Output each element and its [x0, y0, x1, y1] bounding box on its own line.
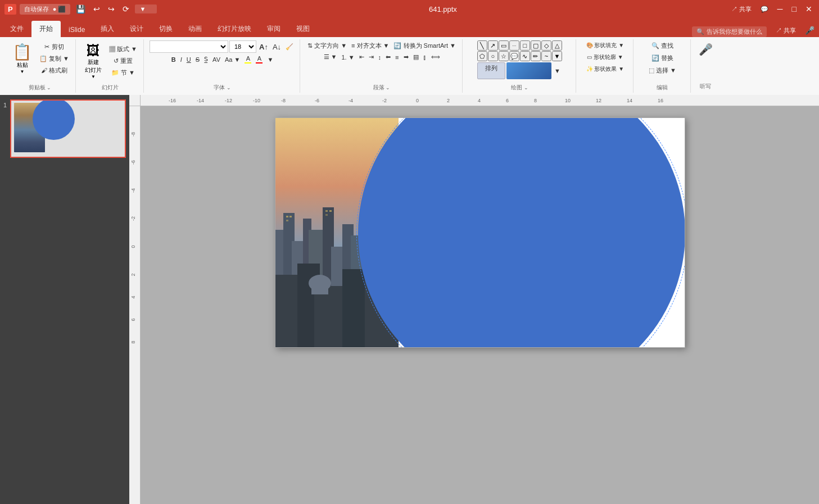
- share-button[interactable]: ↗ 共享: [729, 4, 754, 15]
- shape-star-btn[interactable]: ☆: [499, 51, 509, 61]
- shape-down-arrow-btn[interactable]: ▼: [552, 51, 562, 61]
- text-highlight-button[interactable]: A: [243, 54, 253, 65]
- shape-line-btn[interactable]: ╲: [477, 40, 487, 51]
- tab-slideshow[interactable]: 幻灯片放映: [210, 21, 259, 37]
- tab-islide[interactable]: iSlide: [61, 22, 93, 37]
- increase-font-button[interactable]: A↑: [257, 42, 270, 52]
- svg-text:-4: -4: [130, 188, 136, 193]
- shape-circle-btn[interactable]: ○: [488, 51, 498, 61]
- shape-rect-btn[interactable]: ▭: [499, 40, 509, 51]
- svg-text:14: 14: [627, 98, 632, 103]
- replace-button[interactable]: 🔄 替换: [647, 53, 678, 63]
- close-button[interactable]: ✕: [803, 3, 815, 15]
- autosave-toggle[interactable]: 自动保存 ● ⬛: [20, 4, 71, 15]
- slide-thumbnail-1[interactable]: [10, 99, 126, 158]
- slide-blue-circle[interactable]: [358, 117, 685, 348]
- decrease-indent-button[interactable]: ⇤: [358, 52, 366, 62]
- align-left-button[interactable]: ⬅: [384, 52, 392, 62]
- shape-more-btn[interactable]: ···: [509, 40, 519, 51]
- shape-diamond-btn[interactable]: ◇: [541, 40, 551, 51]
- clear-format-button[interactable]: 🧹: [284, 42, 295, 52]
- format-painter-button[interactable]: 🖌 格式刷: [38, 65, 71, 76]
- shape-outline-button[interactable]: ▭ 形状轮廓 ▼: [585, 52, 626, 62]
- paste-button[interactable]: 📋 粘贴 ▼: [9, 40, 35, 76]
- section-button[interactable]: 📁 节 ▼: [107, 67, 139, 78]
- tab-home[interactable]: 开始: [31, 21, 61, 37]
- shape-triangle-btn[interactable]: △: [552, 40, 562, 51]
- shape-pentagon-btn[interactable]: ⬠: [477, 51, 487, 61]
- app-logo: P: [4, 4, 16, 15]
- quick-styles-dropdown[interactable]: ▼: [553, 66, 562, 75]
- share-ribbon-button[interactable]: ↗ 共享: [771, 24, 800, 37]
- voice-button[interactable]: 🎤: [696, 42, 715, 57]
- cut-button[interactable]: ✂ 剪切: [38, 42, 71, 52]
- font-color-button[interactable]: A: [254, 54, 264, 65]
- shape-fill-button[interactable]: 🎨 形状填充 ▼: [585, 40, 626, 51]
- text-direction-button[interactable]: ⇅ 文字方向 ▼: [306, 40, 349, 51]
- restore-button[interactable]: □: [790, 3, 799, 15]
- tab-view[interactable]: 视图: [288, 21, 318, 37]
- tab-transitions[interactable]: 切换: [151, 21, 180, 37]
- tab-animations[interactable]: 动画: [180, 21, 210, 37]
- para-spacing-button[interactable]: ⟺: [429, 52, 442, 62]
- shape-round-rect-btn[interactable]: ▢: [531, 40, 541, 51]
- svg-text:-8: -8: [130, 132, 136, 137]
- ribbon-search[interactable]: 🔍 告诉我你想要做什么: [692, 26, 767, 37]
- shape-arrow-btn[interactable]: ↗: [488, 40, 498, 51]
- increase-indent-button[interactable]: ⇥: [367, 52, 375, 62]
- align-right-button[interactable]: ➡: [402, 52, 410, 62]
- comments-button[interactable]: 💬: [758, 4, 771, 14]
- bold-button[interactable]: B: [170, 55, 178, 64]
- redo-button[interactable]: ↪: [106, 3, 117, 15]
- smartart-button[interactable]: 🔄 转换为 SmartArt ▼: [392, 40, 457, 51]
- font-color-dropdown[interactable]: ▼: [265, 55, 275, 64]
- new-slide-button[interactable]: 🖼 新建幻灯片 ▼: [82, 40, 105, 81]
- edit-buttons: 🔍 查找 🔄 替换 ⬚ 选择 ▼: [647, 40, 678, 76]
- text-shadow-button[interactable]: S̲: [202, 55, 210, 64]
- undo-button[interactable]: ↩: [91, 3, 102, 15]
- font-size-select[interactable]: 18: [229, 40, 256, 53]
- tab-design[interactable]: 设计: [122, 21, 151, 37]
- refresh-button[interactable]: ⟳: [120, 3, 132, 15]
- tab-review[interactable]: 审阅: [259, 21, 288, 37]
- svg-text:6: 6: [506, 98, 509, 103]
- slide-number-1: 1: [3, 99, 7, 108]
- copy-button[interactable]: 📋 复制 ▼: [38, 53, 71, 64]
- font-family-select[interactable]: [150, 40, 228, 53]
- find-button[interactable]: 🔍 查找: [647, 40, 678, 51]
- tab-file[interactable]: 文件: [2, 21, 31, 37]
- underline-button[interactable]: U: [185, 55, 193, 64]
- ribbon-collapse-button[interactable]: 🎤: [800, 24, 819, 37]
- shape-freeform-btn[interactable]: ✏: [531, 51, 541, 61]
- columns-button[interactable]: ⫿: [422, 53, 428, 62]
- shape-effect-button[interactable]: ✨ 形状效果 ▼: [585, 64, 626, 74]
- line-spacing-button[interactable]: ↕: [377, 53, 383, 62]
- shape-callout-btn[interactable]: 💬: [509, 51, 519, 61]
- align-center-button[interactable]: ≡: [393, 53, 400, 62]
- italic-button[interactable]: I: [179, 55, 184, 64]
- horizontal-ruler: -16 -14 -12 -10 -8 -6 -4 -2 0 2 4 6 8 10…: [141, 95, 819, 106]
- slide-canvas[interactable]: [275, 117, 685, 348]
- shape-curve-btn[interactable]: ∿: [520, 51, 530, 61]
- arrange-button[interactable]: 排列: [477, 62, 505, 79]
- numbering-button[interactable]: 1. ▼: [340, 53, 356, 62]
- save-button[interactable]: 💾: [74, 3, 88, 15]
- char-spacing-button[interactable]: AV: [211, 55, 222, 64]
- align-text-button[interactable]: ≡ 对齐文本 ▼: [350, 40, 391, 51]
- justify-button[interactable]: ▤: [411, 52, 420, 62]
- strikethrough-button[interactable]: S: [194, 55, 201, 64]
- ruler-corner: [129, 95, 141, 106]
- svg-text:-2: -2: [382, 98, 387, 103]
- minimize-button[interactable]: ─: [775, 3, 785, 15]
- decrease-font-button[interactable]: A↓: [271, 42, 283, 52]
- layout-button[interactable]: ▦ 版式 ▼: [107, 44, 139, 55]
- reset-button[interactable]: ↺ 重置: [107, 56, 139, 66]
- text-case-button[interactable]: Aa ▼: [223, 55, 242, 64]
- shape-scribble-btn[interactable]: ~: [541, 51, 551, 61]
- shape-square-btn[interactable]: □: [520, 40, 530, 51]
- select-button[interactable]: ⬚ 选择 ▼: [647, 65, 678, 76]
- thumb-circle: [33, 101, 75, 140]
- slide-sub-buttons: ▦ 版式 ▼ ↺ 重置 📁 节 ▼: [107, 44, 139, 78]
- bullets-button[interactable]: ☰ ▼: [322, 52, 339, 62]
- tab-insert[interactable]: 插入: [93, 21, 122, 37]
